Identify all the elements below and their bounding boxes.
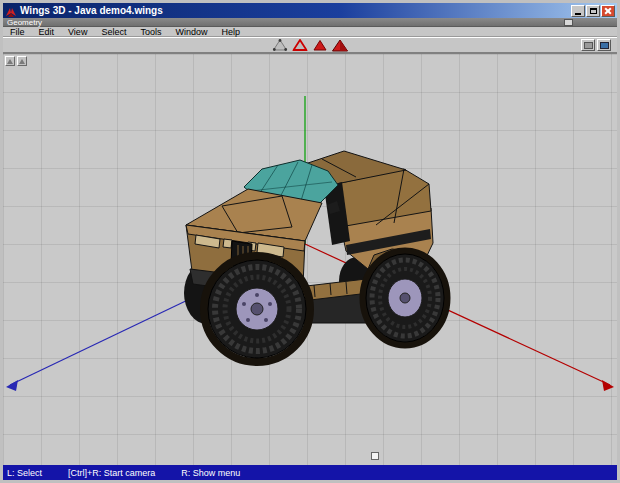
running-board <box>298 279 369 301</box>
b-pillar <box>324 182 350 245</box>
viewport-mini-button-1[interactable] <box>5 56 15 66</box>
roof <box>302 151 406 184</box>
far-rear-wheel <box>339 257 375 305</box>
status-left-click-hint: L: Select <box>7 468 42 478</box>
select-mode-face-button[interactable] <box>312 39 329 52</box>
front-wheel <box>208 260 306 358</box>
z-axis-arrow-icon <box>6 380 18 391</box>
menu-item-tools[interactable]: Tools <box>133 27 168 37</box>
hood <box>186 189 322 241</box>
rear-rim <box>388 279 422 317</box>
front-bumper <box>190 269 303 299</box>
minimize-button[interactable] <box>571 5 585 17</box>
grille <box>231 241 252 269</box>
menu-bar: File Edit View Select Tools Window Help <box>3 27 617 37</box>
menu-item-select[interactable]: Select <box>94 27 133 37</box>
headlight-left <box>195 235 220 248</box>
front-rim <box>236 288 278 330</box>
menu-item-file[interactable]: File <box>3 27 32 37</box>
headlight-right <box>257 243 284 257</box>
status-right-click-hint: R: Show menu <box>181 468 240 478</box>
maximize-button[interactable] <box>586 5 600 17</box>
scene-canvas <box>3 54 617 465</box>
side-body <box>340 208 433 269</box>
geometry-maximize-icon[interactable] <box>564 19 573 26</box>
app-window: Wings 3D - Java demo4.wings Geometry Fil… <box>0 0 620 483</box>
vertex-mode-icon <box>273 39 288 51</box>
view-window-icon <box>600 42 609 49</box>
edge-mode-icon <box>293 39 308 51</box>
front-face <box>186 225 305 285</box>
title-bar[interactable]: Wings 3D - Java demo4.wings <box>3 3 617 18</box>
x-axis-line <box>305 244 610 385</box>
window-controls <box>571 5 615 17</box>
maximize-icon <box>590 8 597 14</box>
view-layout-button[interactable] <box>581 39 595 51</box>
select-mode-body-button[interactable] <box>332 39 349 52</box>
z-axis-line <box>10 244 305 385</box>
status-camera-hint: [Ctrl]+R: Start camera <box>68 468 155 478</box>
windshield-glass <box>244 160 338 207</box>
menu-item-edit[interactable]: Edit <box>32 27 62 37</box>
status-bar: L: Select [Ctrl]+R: Start camera R: Show… <box>3 465 617 480</box>
select-mode-vertex-button[interactable] <box>272 39 289 52</box>
truck-model <box>184 151 447 362</box>
menu-item-window[interactable]: Window <box>168 27 214 37</box>
body-mode-icon <box>332 39 349 52</box>
cab-side <box>336 169 431 227</box>
viewport-mini-white-icon[interactable] <box>371 452 379 460</box>
geometry-window-titlebar[interactable]: Geometry <box>3 18 617 27</box>
x-axis-arrow-icon <box>602 380 614 391</box>
window-title: Wings 3D - Java demo4.wings <box>20 3 571 18</box>
viewport-mini-button-2[interactable] <box>17 56 27 66</box>
view-toggle-group <box>581 39 611 51</box>
view-layout-icon <box>584 42 593 49</box>
hood-ridge <box>222 196 292 233</box>
geometry-window-title: Geometry <box>7 18 42 27</box>
close-icon <box>604 7 612 15</box>
chassis <box>252 283 408 323</box>
app-logo-icon <box>5 5 17 17</box>
select-mode-edge-button[interactable] <box>292 39 309 52</box>
menu-item-view[interactable]: View <box>61 27 94 37</box>
mini-triangle-icon <box>19 59 25 64</box>
front-top-strip <box>186 225 305 251</box>
mini-triangle-icon <box>7 59 13 64</box>
side-mirror <box>327 201 340 214</box>
side-dark-stripe <box>346 229 431 255</box>
view-window-button[interactable] <box>597 39 611 51</box>
marker-light-1 <box>223 239 232 248</box>
rear-wheel <box>366 254 444 342</box>
viewport-3d[interactable] <box>3 53 617 465</box>
menu-item-help[interactable]: Help <box>214 27 247 37</box>
face-mode-icon <box>313 39 328 51</box>
far-front-wheel <box>184 262 230 324</box>
close-button[interactable] <box>601 5 615 17</box>
rear-fender-flare <box>368 249 425 274</box>
minimize-icon <box>575 13 581 15</box>
selection-mode-group <box>272 38 349 52</box>
front-wheel-arch <box>204 256 310 362</box>
rear-wheel-arch <box>363 251 447 345</box>
toolbar <box>3 37 617 53</box>
marker-light-2 <box>247 242 256 251</box>
